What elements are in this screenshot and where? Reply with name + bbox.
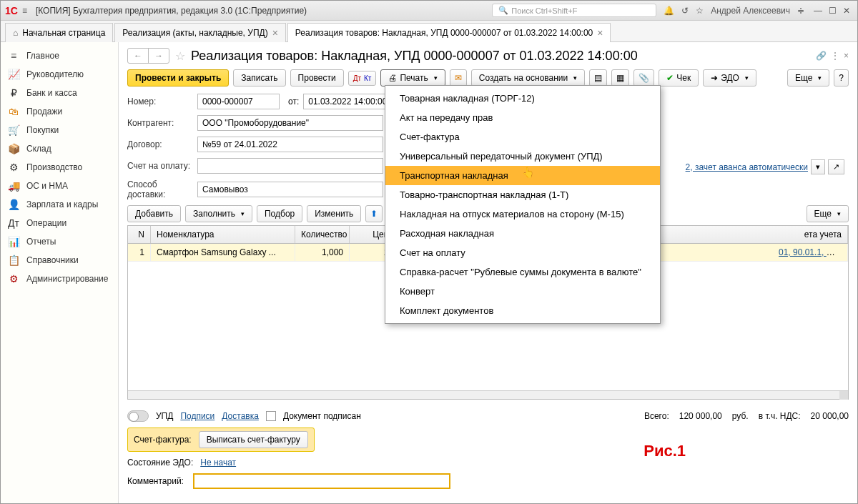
close-content-icon[interactable]: × [844, 51, 849, 61]
post-close-button[interactable]: Провести и закрыть [127, 69, 229, 87]
close-icon[interactable]: × [272, 29, 278, 36]
tab-home[interactable]: ⌂ Начальная страница [5, 23, 113, 42]
more-icon[interactable]: ⋮ [831, 51, 839, 61]
print-menu-item[interactable]: Счет-фактура [385, 127, 660, 147]
bell-icon[interactable]: 🔔 [664, 6, 674, 16]
mail-button[interactable]: ✉ [450, 69, 467, 87]
upd-toggle[interactable] [127, 410, 149, 422]
print-menu-item[interactable]: Справка-расчет "Рублевые суммы документа… [385, 262, 660, 282]
sidebar-item[interactable]: ДтОперации [1, 214, 118, 232]
tab-document[interactable]: Реализация товаров: Накладная, УПД 0000-… [287, 23, 611, 42]
scrollbar[interactable] [128, 390, 848, 399]
print-button[interactable]: 🖨Печать [380, 69, 445, 87]
signed-checkbox[interactable] [266, 411, 276, 421]
structure-button[interactable]: ▤ [589, 69, 607, 87]
print-menu-item[interactable]: Счет на оплату [385, 243, 660, 262]
sidebar-item[interactable]: 📦Склад [1, 139, 118, 158]
counterparty-input[interactable] [197, 115, 383, 131]
delivery-input[interactable] [197, 182, 383, 197]
delivery-link[interactable]: Доставка [222, 411, 259, 421]
sidebar-label: Главное [26, 51, 59, 61]
menu-icon[interactable]: ≡ [22, 6, 27, 16]
save-button[interactable]: Записать [233, 69, 285, 87]
user-name[interactable]: Андрей Алексеевич [711, 6, 790, 16]
sidebar-item[interactable]: 📋Справочники [1, 251, 118, 270]
edo-button[interactable]: ➜ЭДО [703, 69, 756, 87]
close-button[interactable]: ✕ [840, 4, 853, 17]
sidebar-label: Операции [26, 218, 66, 228]
tab-list[interactable]: Реализация (акты, накладные, УПД) × [114, 23, 285, 42]
comment-input[interactable] [193, 473, 450, 489]
sidebar-label: Зарплата и кадры [26, 199, 98, 209]
open-button[interactable]: ↗ [828, 159, 844, 174]
minimize-button[interactable]: — [812, 4, 824, 17]
history-icon[interactable]: ↺ [681, 6, 689, 16]
sidebar-item[interactable]: ⚙Администрирование [1, 270, 118, 288]
print-menu-item[interactable]: Комплект документов [385, 301, 660, 320]
settings-icon[interactable]: ≑ [797, 6, 804, 16]
print-menu-item[interactable]: Товарно-транспортная накладная (1-Т) [385, 185, 660, 204]
check-button[interactable]: ✔Чек [659, 69, 699, 87]
edo-status-link[interactable]: Не начат [200, 458, 236, 468]
link-icon[interactable]: 🔗 [816, 51, 827, 61]
back-button[interactable]: ← [128, 49, 148, 63]
more-button[interactable]: Еще [787, 69, 829, 87]
contract-input[interactable] [197, 137, 383, 152]
maximize-button[interactable]: ☐ [826, 4, 839, 17]
sidebar-label: Склад [26, 144, 51, 154]
sidebar-item[interactable]: ≡Главное [1, 46, 118, 65]
sidebar-item[interactable]: 👤Зарплата и кадры [1, 195, 118, 214]
footer: УПД Подписи Доставка Документ подписан В… [127, 410, 849, 495]
col-qty[interactable]: Количество [295, 226, 350, 243]
col-n[interactable]: N [128, 226, 151, 243]
post-button[interactable]: Провести [290, 69, 344, 87]
sidebar-item[interactable]: 📊Отчеты [1, 232, 118, 251]
print-menu-item[interactable]: Транспортная накладная [385, 166, 660, 185]
forward-button[interactable]: → [148, 49, 169, 63]
col-name[interactable]: Номенклатура [151, 226, 295, 243]
invoice-input[interactable] [197, 158, 383, 174]
print-menu-item[interactable]: Конверт [385, 282, 660, 301]
sidebar-icon: 📦 [8, 143, 19, 154]
favorite-icon[interactable]: ☆ [175, 49, 185, 63]
number-input[interactable] [197, 94, 280, 109]
signatures-link[interactable]: Подписи [180, 411, 214, 421]
delivery-label: Способ доставки: [127, 179, 193, 199]
sidebar-item[interactable]: ⚙Производство [1, 158, 118, 177]
up-button[interactable]: ⬆ [365, 205, 383, 222]
change-button[interactable]: Изменить [307, 205, 361, 222]
dropdown-button[interactable]: ▾ [811, 159, 825, 174]
help-button[interactable]: ? [834, 69, 849, 87]
write-invoice-button[interactable]: Выписать счет-фактуру [199, 431, 308, 448]
sidebar-item[interactable]: 🛍Продажи [1, 102, 118, 121]
sidebar-item[interactable]: ₽Банк и касса [1, 84, 118, 102]
search-icon: 🔍 [498, 6, 508, 15]
sf-label: Счет-фактура: [134, 435, 192, 445]
star-icon[interactable]: ☆ [696, 6, 704, 16]
vat-label: в т.ч. НДС: [759, 411, 801, 421]
select-button[interactable]: Подбор [257, 205, 302, 222]
sidebar-item[interactable]: 🛒Покупки [1, 121, 118, 139]
create-based-button[interactable]: Создать на основании [471, 69, 586, 87]
print-menu-item[interactable]: Акт на передачу прав [385, 108, 660, 127]
vat-value: 20 000,00 [811, 411, 849, 421]
print-menu-item[interactable]: Универсальный передаточный документ (УПД… [385, 147, 660, 166]
date-input[interactable] [303, 94, 396, 109]
relations-button[interactable]: ▦ [611, 69, 629, 87]
search-input[interactable]: 🔍 Поиск Ctrl+Shift+F [492, 4, 656, 17]
settlements-link[interactable]: 2, зачет аванса автоматически [686, 162, 808, 172]
fill-button[interactable]: Заполнить [185, 205, 252, 222]
print-menu-item[interactable]: Расходная накладная [385, 224, 660, 243]
sidebar-item[interactable]: 🚚ОС и НМА [1, 177, 118, 195]
dtct-button[interactable]: ДтКт [348, 71, 377, 86]
sidebar-item[interactable]: 📈Руководителю [1, 65, 118, 84]
close-icon[interactable]: × [597, 29, 603, 36]
accounts-link[interactable]: 01, 90.01.1, Оптовая торговля, 90.02.1, … [779, 247, 848, 257]
add-button[interactable]: Добавить [127, 205, 181, 222]
sidebar-label: Администрирование [26, 274, 108, 284]
sidebar-label: Руководителю [26, 69, 84, 79]
print-menu-item[interactable]: Товарная накладная (ТОРГ-12) [385, 89, 660, 108]
attach-button[interactable]: 📎 [633, 69, 654, 87]
print-menu-item[interactable]: Накладная на отпуск материалов на сторон… [385, 204, 660, 224]
grid-more-button[interactable]: Еще [807, 205, 849, 222]
